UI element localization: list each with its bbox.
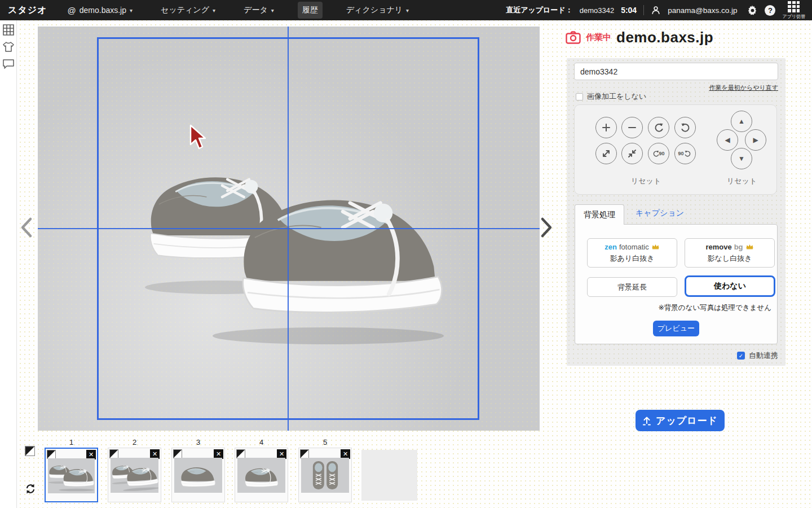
edit-panel-card: 作業を最初からやり直す 画像加工をしない — [567, 58, 785, 366]
tab-background-processing[interactable]: 背景処理 — [575, 204, 624, 225]
skip-edit-checkbox-row[interactable]: 画像加工をしない — [576, 91, 646, 102]
crown-icon — [745, 243, 754, 250]
user-icon — [651, 5, 661, 15]
upload-button[interactable]: アップロード — [636, 410, 725, 431]
corner-flag-icon[interactable] — [300, 449, 309, 458]
reset-position-button[interactable]: リセット — [727, 176, 757, 186]
refresh-icon[interactable] — [25, 483, 36, 494]
photo-canvas[interactable] — [38, 27, 540, 431]
menu-site[interactable]: @ demo.baxs.jp ▾ — [63, 2, 138, 19]
processing-note: ※背景のない写真は処理できません — [658, 303, 771, 313]
rotate-cw-icon[interactable] — [674, 117, 696, 138]
chevron-down-icon: ▾ — [271, 7, 274, 14]
site-title: demo.baxs.jp — [616, 29, 713, 46]
move-up-button[interactable]: ▲ — [731, 111, 752, 132]
recent-upload-time: 5:04 — [621, 6, 637, 15]
mouse-cursor-icon — [189, 124, 206, 151]
checkbox-unchecked[interactable] — [576, 93, 583, 100]
next-photo-button[interactable] — [539, 217, 554, 238]
move-left-button[interactable]: ◀ — [717, 129, 738, 151]
move-right-button[interactable]: ▶ — [745, 129, 766, 151]
menu-settings[interactable]: セッティング ▾ — [156, 2, 220, 19]
apps-grid-icon — [788, 1, 800, 12]
app-root: スタジオ @ demo.baxs.jp ▾ セッティング ▾ データ ▾ 履歴 … — [0, 0, 812, 508]
fotomatic-logo-part: fotomatic — [619, 243, 649, 251]
tab-caption[interactable]: キャプション — [636, 208, 684, 218]
skip-edit-label: 画像加工をしない — [587, 91, 646, 102]
recent-upload-name: demo3342 — [580, 6, 614, 15]
thumbnail-number: 1 — [45, 438, 98, 446]
menu-dictionary[interactable]: ディクショナリ ▾ — [342, 2, 413, 19]
preview-button[interactable]: プレビュー — [653, 321, 699, 336]
corner-flag-icon[interactable] — [236, 449, 245, 458]
removebg-sublabel: 影なし白抜き — [708, 253, 752, 264]
arrow-right-icon: ▶ — [753, 136, 758, 144]
reset-transform-button[interactable]: リセット — [631, 176, 661, 186]
expand-button[interactable] — [595, 143, 617, 164]
no-processing-button[interactable]: 使わない — [685, 275, 775, 297]
zoom-in-button[interactable] — [595, 117, 617, 138]
thumbnail-number: 2 — [108, 438, 161, 446]
chevron-down-icon: ▾ — [406, 7, 409, 14]
auto-link-checkbox-row[interactable]: ✓ 自動連携 — [737, 351, 778, 361]
apparel-icon[interactable] — [2, 41, 15, 53]
zen-sublabel: 影あり白抜き — [610, 253, 655, 264]
grid-view-icon[interactable] — [2, 24, 15, 36]
select-all-corner-icon[interactable] — [25, 446, 35, 456]
menu-dictionary-label: ディクショナリ — [346, 5, 403, 15]
checkbox-checked[interactable]: ✓ — [737, 352, 745, 360]
removebg-service-button[interactable]: removebg 影なし白抜き — [685, 238, 775, 268]
upload-label: アップロード — [656, 414, 718, 427]
filename-input[interactable] — [574, 63, 778, 80]
bg-logo-part: bg — [734, 243, 743, 251]
rotate-ccw-icon[interactable] — [648, 117, 669, 138]
rotate-ccw-90-button[interactable]: 90 — [648, 143, 669, 164]
help-icon[interactable]: ? — [765, 5, 775, 16]
thumbnail-number: 5 — [298, 438, 352, 446]
thumbnail-image — [174, 458, 222, 493]
thumbnail-number: 3 — [171, 438, 225, 446]
top-navigation-bar: スタジオ @ demo.baxs.jp ▾ セッティング ▾ データ ▾ 履歴 … — [0, 0, 812, 20]
gear-icon[interactable] — [747, 5, 758, 16]
thumbnail-item-3[interactable]: ✕ — [171, 448, 225, 502]
app-logo: スタジオ — [8, 5, 47, 16]
corner-flag-icon[interactable] — [47, 450, 56, 459]
arrow-down-icon: ▼ — [738, 155, 745, 163]
chevron-down-icon: ▾ — [213, 7, 215, 14]
shrink-button[interactable] — [621, 143, 643, 164]
app-switch-button[interactable]: アプリ切替 — [782, 1, 805, 20]
user-email: panama@baxs.co.jp — [668, 6, 737, 15]
arrow-up-icon: ▲ — [738, 117, 745, 125]
remove-logo-part: remove — [705, 243, 731, 251]
restart-work-link[interactable]: 作業を最初からやり直す — [709, 84, 778, 92]
topbar-right-group: 直近アップロード： demo3342 5:04 panama@baxs.co.j… — [506, 1, 805, 20]
corner-flag-icon[interactable] — [109, 449, 118, 458]
arrow-left-icon: ◀ — [725, 136, 730, 144]
thumbnail-item-5[interactable]: ✕ — [298, 448, 352, 502]
menu-data[interactable]: データ ▾ — [239, 2, 279, 19]
thumbnail-item-1[interactable]: ✕ — [45, 448, 98, 502]
menu-data-label: データ — [244, 5, 268, 15]
thumbnail-item-2[interactable]: ✕ — [108, 448, 161, 502]
zenfotomatic-logo: zenfotomatic — [604, 243, 659, 251]
app-switch-label: アプリ切替 — [782, 14, 805, 20]
previous-photo-button[interactable] — [19, 217, 34, 238]
removebg-logo: removebg — [705, 243, 753, 251]
zenfotomatic-service-button[interactable]: zenfotomatic 影あり白抜き — [587, 238, 677, 268]
left-toolbar — [0, 20, 17, 508]
thumbnail-item-4[interactable]: ✕ — [235, 448, 288, 502]
thumbnail-image — [111, 458, 158, 493]
zen-logo-part: zen — [604, 243, 617, 251]
zoom-out-button[interactable] — [621, 117, 643, 138]
upload-icon — [642, 416, 651, 426]
background-extend-button[interactable]: 背景延長 — [587, 277, 677, 297]
move-down-button[interactable]: ▼ — [731, 148, 752, 169]
thumbnail-placeholder — [361, 450, 417, 501]
menu-history[interactable]: 履歴 — [298, 2, 323, 19]
rotate-cw-90-button[interactable]: 90 — [674, 143, 696, 164]
transform-controls-box: 90 90 ▲ ◀ ▶ ▼ リセット リセット — [574, 104, 777, 195]
corner-flag-icon[interactable] — [173, 449, 182, 458]
thumbnail-number: 4 — [235, 438, 288, 446]
thumbnail-image — [48, 458, 95, 493]
comment-icon[interactable] — [2, 58, 15, 70]
